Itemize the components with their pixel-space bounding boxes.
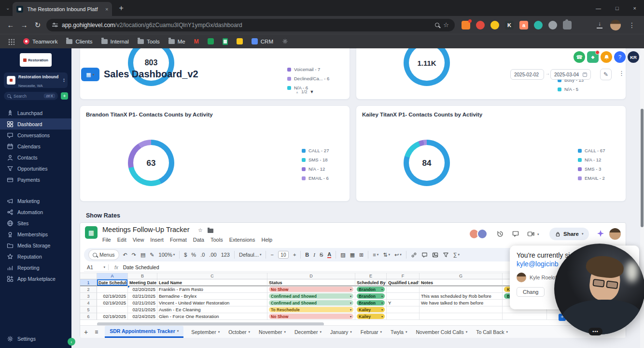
all-sheets-icon[interactable]: ≡ [95,329,98,335]
cell-qualified[interactable]: Y [387,300,420,306]
filter-icon[interactable] [443,252,449,258]
back-button[interactable]: ← [4,21,17,29]
column-header-b[interactable]: B [128,273,157,279]
sidebar-item-opportunities[interactable]: Opportunities [0,163,71,174]
pager-down-icon[interactable]: ▼ [309,89,314,94]
chevron-down-icon[interactable]: ▾ [537,232,539,236]
cell-lead-name[interactable]: Vincent - United Water Restoration [157,300,267,306]
scheduled-by-dropdown-chip[interactable]: Kailey▾ [357,307,385,312]
apps-grid-icon[interactable] [8,38,14,45]
notifications-bell-icon[interactable] [601,51,612,63]
bookmark-folder-crm[interactable]: CRM [252,38,273,44]
cell-status[interactable]: Confirmed and Showed▾ [267,300,355,306]
browser-tab[interactable]: The Restoration Inbound Platf × [13,2,112,16]
cell-qualified[interactable] [387,286,420,293]
window-maximize-button[interactable]: □ [616,5,619,11]
sheet-tab[interactable]: November Cold Calls▾ [415,326,468,338]
extension-icon-4[interactable]: K [505,21,514,29]
percent-format-icon[interactable]: % [191,252,196,258]
sidebar-item-payments[interactable]: Payments [0,174,71,185]
bookmark-star-icon[interactable]: ☆ [443,21,449,29]
sheets-menu-item[interactable]: View [133,237,144,243]
change-account-button[interactable]: Chang [517,287,545,297]
reload-button[interactable]: ↻ [31,21,44,29]
sidebar-item-marketing[interactable]: Marketing [0,195,71,206]
status-dropdown-chip[interactable]: To Reschedule▾ [269,307,353,312]
cell-date-scheduled[interactable] [97,286,128,293]
name-box[interactable]: A1▾ [84,264,108,270]
site-info-icon[interactable] [52,24,58,27]
increase-decimal-icon[interactable]: .00 [209,252,216,258]
cell-qualified[interactable] [387,313,420,320]
cell-qualified[interactable] [387,293,420,300]
column-header-g[interactable]: G [420,273,503,279]
menus-search-button[interactable]: Menus [89,250,119,260]
cell-extra[interactable] [503,313,547,320]
scheduled-by-dropdown-chip[interactable]: Brandon▾ [357,287,385,292]
cell-scheduled-by[interactable]: Kailey▾ [355,313,387,320]
fill-color-icon[interactable]: ▨ [340,252,345,258]
recording-more-options-icon[interactable]: ••• [588,328,602,335]
column-header-a[interactable]: A [97,273,128,279]
cell-notes[interactable] [420,286,503,293]
move-folder-icon[interactable] [208,229,213,233]
sheet-user-avatar[interactable] [609,228,621,240]
sidebar-item-reporting[interactable]: Reporting [0,262,71,273]
browser-menu-icon[interactable]: ⋮ [629,21,635,29]
bookmark-folder-me[interactable]: Me [168,39,185,44]
sidebar-collapse-button[interactable]: ‹ [68,338,75,346]
address-bar[interactable]: app.gohighlevel.com/v2/location/g6zCuamu… [46,19,455,31]
star-icon[interactable]: ☆ [198,227,203,233]
formula-input[interactable]: Date Scheduled [123,264,159,270]
cell-notes[interactable] [420,306,503,313]
cell-lead-name[interactable]: Glen - Force One Restoration [157,313,267,320]
column-header-d[interactable]: D [267,273,355,279]
cell-lead-name[interactable]: Bernadine - Brylex [157,293,267,300]
row-number[interactable]: 4 [80,300,97,306]
cell-status[interactable]: No Show▾ [267,313,355,320]
bookmark-teamwork[interactable]: Teamwork [23,38,57,44]
phone-icon[interactable]: ☎ [574,51,585,63]
cell[interactable]: Meeting Date [128,279,157,286]
vertical-align-icon[interactable]: ⇅▾ [383,252,390,258]
date-from-input[interactable]: 2025-02-02 [510,69,544,80]
number-format-icon[interactable]: 123 [221,252,230,258]
sidebar-item-automation[interactable]: Automation [0,206,71,218]
cell-lead-name[interactable]: Franklin - Farm Resto [157,286,267,293]
sheets-menu-item[interactable]: Tools [210,237,223,243]
redo-icon[interactable]: ↷ [132,252,136,258]
sidebar-item-conversations[interactable]: Conversations [0,130,71,141]
help-icon[interactable]: ? [614,51,626,63]
browser-profile-avatar[interactable] [610,20,621,30]
bookmark-folder-tools[interactable]: Tools [138,39,160,44]
sheet-tab[interactable]: October▾ [227,326,251,338]
bookmark-sheets[interactable] [223,38,228,45]
cell-meeting-date[interactable]: 02/21/2025 [128,300,157,306]
announcements-icon[interactable]: ◆ [587,51,599,63]
cell[interactable]: Scheduled By [355,279,387,286]
cell-scheduled-by[interactable]: Brandon▾ [355,300,387,306]
row-number[interactable]: 5 [80,306,97,313]
bookmark-slides[interactable] [237,38,243,44]
undo-icon[interactable]: ↶ [123,252,127,258]
cell-meeting-date[interactable]: 02/24/2025 [128,313,157,320]
scheduled-by-dropdown-chip[interactable]: Brandon▾ [357,293,385,299]
comments-icon[interactable] [512,230,519,240]
cell[interactable]: Qualified Lead? [387,279,420,286]
cell-notes[interactable] [420,313,503,320]
quick-add-button[interactable]: + [61,92,68,100]
sheet-tab[interactable]: December▾ [294,326,322,338]
cell-status[interactable]: No Show▾ [267,286,355,293]
row-number[interactable]: 1 [80,279,97,286]
sheet-tab[interactable]: Februar▾ [360,326,383,338]
zoom-select[interactable]: 100%▾ [159,252,175,258]
dashboard-widgets-button[interactable]: ▦▾ [81,68,99,81]
sheets-menu-item[interactable]: Format [170,237,187,243]
italic-icon[interactable]: I [313,252,315,258]
sidebar-item-dashboard[interactable]: Dashboard [0,118,71,130]
sidebar-item-app-marketplace[interactable]: App Marketplace [0,273,71,284]
sheets-menu-item[interactable]: Help [261,237,272,243]
date-to-input[interactable]: 2025-03-04 [550,69,591,80]
font-size-increase-icon[interactable]: + [293,252,296,258]
cell-date-scheduled[interactable]: 02/19/2025 [97,313,128,320]
